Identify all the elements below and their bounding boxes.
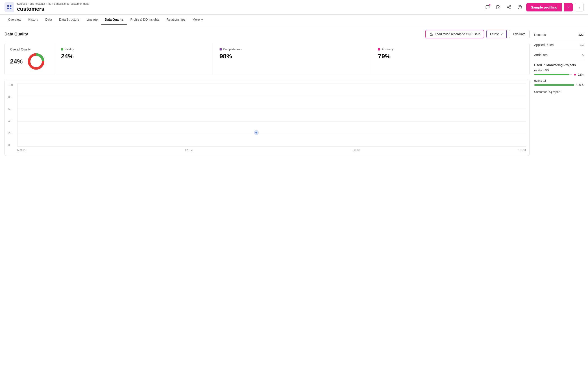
dq-section-title: Data Quality [4,32,28,37]
progress-bar-fill-delete-ci [534,84,574,86]
chart-grid [18,84,526,147]
title-block: Sources › pgs_testdata › tcd › transacti… [17,2,481,12]
x-label-mon: Mon 29 [17,149,26,152]
progress-row-random-bs: 92% [534,73,584,76]
main-content: Data Quality Load failed records to ONE … [0,25,588,160]
progress-bar-fill-random-bs [534,74,569,75]
records-label: Records [534,33,546,37]
sample-profiling-dropdown-button[interactable] [564,3,573,11]
overall-quality-card: Overall Quality 24% [5,43,54,75]
svg-rect-3 [10,8,11,9]
validity-label: Validity [64,47,74,51]
completeness-value: 98% [220,53,364,60]
attributes-value: 5 [582,53,584,57]
quality-cards: Overall Quality 24% [4,43,530,75]
chart-x-labels: Mon 29 12 PM Tue 30 12 PM [17,147,526,152]
notification-badge [489,4,491,6]
chevron-down-icon [500,33,503,36]
accuracy-label: Accuracy [381,47,393,51]
breadcrumb-table[interactable]: transactional_customer_data [54,2,89,5]
checkbox-icon [496,5,501,9]
svg-line-8 [509,6,510,7]
progress-bar-bg-delete-ci [534,84,574,86]
tab-history[interactable]: History [25,15,42,25]
x-label-tue: Tue 30 [351,149,359,152]
more-options-button[interactable]: ⋮ [575,3,584,11]
dq-header: Data Quality Load failed records to ONE … [4,30,530,38]
chevron-down-icon [200,18,204,21]
applied-rules-label: Applied Rules [534,43,553,47]
project-name-random-bs: random BS [534,69,584,72]
svg-rect-0 [7,5,9,7]
upload-icon [429,32,433,36]
dq-actions: Load failed records to ONE Data Latest E… [425,30,530,38]
share-icon [507,5,511,9]
tab-overview[interactable]: Overview [4,15,25,25]
svg-line-7 [509,7,510,8]
attributes-stat: Attributes 5 [534,50,584,60]
records-stat: Records 122 [534,30,584,40]
page-header: Sources › pgs_testdata › tcd › transacti… [0,0,588,15]
accuracy-value: 79% [378,53,523,60]
svg-rect-1 [10,5,11,7]
tab-relationships[interactable]: Relationships [163,15,189,25]
tab-data-quality[interactable]: Data Quality [101,15,127,25]
monitoring-projects-title: Used in Monitoring Projects [534,60,584,69]
progress-pct-delete-ci: 100% [576,83,584,86]
sample-profiling-button[interactable]: Sample profiling [526,3,562,11]
breadcrumb-tcd[interactable]: tcd [48,2,51,5]
right-sidebar: Records 122 Applied Rules 13 Attributes … [534,30,584,156]
y-label-40: 40 [8,120,13,123]
attributes-label: Attributes [534,53,547,57]
svg-point-6 [510,8,511,9]
svg-point-5 [507,7,509,8]
tab-profile-dq[interactable]: Profile & DQ insights [127,15,163,25]
overall-quality-row: 24% [10,52,49,70]
applied-rules-value: 13 [580,43,584,47]
progress-bar-bg [534,74,572,75]
project-name-customer-dq: Customer DQ report [534,89,584,94]
table-grid-icon [7,4,12,10]
y-label-100: 100 [8,84,13,86]
quality-trend-chart: 100 80 60 40 20 0 [4,80,530,156]
help-icon [518,5,522,9]
breadcrumb: Sources › pgs_testdata › tcd › transacti… [17,2,481,5]
validity-dot [61,48,63,50]
overall-quality-value: 24% [10,58,23,65]
evaluate-button[interactable]: Evaluate [509,30,530,38]
completeness-label: Completeness [223,47,242,51]
latest-dropdown-button[interactable]: Latest [486,30,507,38]
y-label-80: 80 [8,96,13,99]
accuracy-card: Accuracy 79% [371,43,529,75]
completeness-dot [220,48,222,50]
records-value: 122 [578,33,584,37]
help-button[interactable] [516,3,524,11]
progress-dot-random-bs [574,74,576,76]
tab-data-structure[interactable]: Data Structure [56,15,83,25]
tab-lineage[interactable]: Lineage [83,15,101,25]
progress-pct-random-bs: 92% [578,73,584,76]
y-label-0: 0 [8,144,13,147]
monitoring-project-random-bs: random BS 92% [534,69,584,76]
y-label-20: 20 [8,131,13,135]
load-failed-records-button[interactable]: Load failed records to ONE Data [425,30,484,38]
breadcrumb-sources[interactable]: Sources [17,2,27,5]
breadcrumb-pgs[interactable]: pgs_testdata [30,2,45,5]
chart-data-point-inner [255,132,257,133]
share-button[interactable] [505,3,513,11]
tasks-button[interactable] [494,3,503,11]
header-actions: Sample profiling ⋮ [483,3,584,11]
monitoring-project-delete-ci: delete CI 100% [534,79,584,86]
project-name-delete-ci: delete CI [534,79,584,82]
chevron-down-icon [567,5,570,8]
svg-point-4 [510,5,511,6]
overall-quality-label: Overall Quality [10,47,49,51]
tab-more[interactable]: More [189,15,208,25]
main-left-panel: Data Quality Load failed records to ONE … [4,30,530,156]
completeness-card: Completeness 98% [213,43,371,75]
validity-value: 24% [61,53,206,60]
validity-card: Validity 24% [54,43,213,75]
tab-data[interactable]: Data [42,15,56,25]
comments-button[interactable] [483,3,492,11]
y-label-60: 60 [8,107,13,111]
